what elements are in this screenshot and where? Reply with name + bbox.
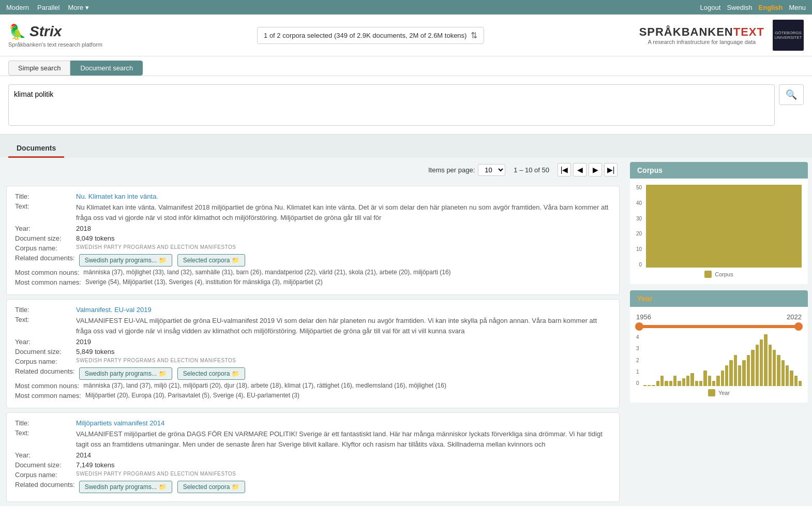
doc-size-2: 5,849 tokens	[76, 348, 114, 356]
nouns-label-1: Most common nouns:	[15, 269, 79, 276]
university-badge: GÖTEBORGS UNIVERSITET	[773, 20, 804, 51]
year-bar-29	[769, 345, 772, 386]
year-slider[interactable]	[636, 325, 802, 328]
year-bar-11	[690, 373, 694, 386]
text-label-3: Text:	[15, 429, 72, 449]
last-page-button[interactable]: ▶|	[604, 163, 618, 176]
year-bar-1	[648, 385, 651, 386]
nav-more[interactable]: More ▾	[68, 4, 88, 11]
related-docs-btn-3-0-text: Swedish party programs...	[85, 483, 157, 491]
year-bar-7	[673, 376, 676, 386]
year-bar-23	[742, 360, 745, 386]
logo-area: 🦜 Strix Språkbanken's text research plat…	[8, 23, 102, 48]
document-card-2: Title: Valmanifest. EU-val 2019 Text: VA…	[6, 299, 620, 408]
corpus-arrows-icon: ⇅	[471, 31, 477, 40]
doc-text-1: Nu Klimatet kan inte vänta. Valmanifest …	[76, 202, 611, 223]
doc-text-3: VALMANIFEST miljöpartiet de gröna DAGS F…	[76, 429, 611, 449]
nav-modern[interactable]: Modern	[6, 4, 29, 11]
title-label-1: Title:	[15, 193, 72, 200]
related-docs-btn-1-0[interactable]: Swedish party programs... 📁	[79, 254, 172, 267]
search-area: klimat politik 🔍	[0, 76, 812, 135]
year-bar-22	[738, 365, 741, 386]
year-end: 2022	[787, 313, 802, 321]
bird-icon: 🦜	[8, 23, 26, 40]
year-bar-9	[682, 378, 685, 386]
document-search-tab[interactable]: Document search	[70, 61, 143, 76]
corpus-name-1: SWEDISH PARTY PROGRAMS AND ELECTION MANI…	[76, 244, 236, 251]
title-label-2: Title:	[15, 306, 72, 314]
doc-size-label-3: Document size:	[15, 461, 72, 469]
year-bar-6	[669, 381, 672, 386]
page-header: 🦜 Strix Språkbanken's text research plat…	[0, 14, 812, 56]
year-bar-34	[790, 371, 793, 386]
doc-size-label-1: Document size:	[15, 234, 72, 242]
top-nav-left: Modern Parallel More ▾	[6, 4, 89, 11]
corpus-selector[interactable]: 1 of 2 corpora selected (349 of 2.9K doc…	[257, 27, 484, 44]
year-bar-27	[760, 339, 763, 386]
corpus-chart-card: Corpus 50 40 30 20 10 0	[630, 162, 808, 284]
nouns-1: människa (37), möjlighet (33), land (32)…	[83, 269, 450, 276]
year-chart-legend: Year	[636, 389, 802, 396]
year-bar-24	[747, 355, 750, 386]
year-handle-right[interactable]	[794, 322, 803, 331]
corpus-chart-legend: Corpus	[636, 271, 802, 278]
folder-icon-2-1: 📁	[232, 370, 239, 377]
text-label-1: Text:	[15, 202, 72, 223]
simple-search-tab[interactable]: Simple search	[8, 61, 70, 76]
year-handle-left[interactable]	[635, 322, 643, 331]
search-tabs: Simple search Document search	[0, 56, 812, 76]
selected-corpora-btn-3-text: Selected corpora	[183, 483, 230, 491]
nav-logout[interactable]: Logout	[700, 4, 721, 11]
year-bar-31	[777, 355, 780, 386]
selected-corpora-btn-2[interactable]: Selected corpora 📁	[177, 367, 246, 380]
related-docs-buttons-2: Swedish party programs... 📁 Selected cor…	[79, 367, 249, 380]
nav-swedish[interactable]: Swedish	[727, 4, 752, 11]
corpus-y-axis: 50 40 30 20 10 0	[636, 185, 642, 268]
sprakbanken-sub-text: A research infrastructure for language d…	[639, 39, 764, 45]
selected-corpora-btn-2-text: Selected corpora	[183, 370, 230, 377]
year-bar-25	[751, 350, 754, 386]
nouns-2: människa (37), land (37), miljö (21), mi…	[83, 382, 446, 390]
year-bar-4	[660, 376, 664, 386]
prev-page-button[interactable]: ◀	[573, 163, 587, 176]
nouns-label-2: Most common nouns:	[15, 382, 79, 390]
year-bar-28	[764, 334, 767, 386]
year-bar-36	[799, 381, 802, 386]
folder-icon-3-0: 📁	[159, 483, 167, 491]
first-page-button[interactable]: |◀	[558, 163, 571, 176]
related-docs-btn-3-0[interactable]: Swedish party programs... 📁	[79, 481, 172, 493]
documents-tab[interactable]: Documents	[8, 140, 64, 158]
items-per-page-select[interactable]: 10 25 50	[478, 164, 505, 176]
text-label-2: Text:	[15, 316, 72, 336]
next-page-button[interactable]: ▶	[589, 163, 602, 176]
year-bar-2	[652, 385, 655, 386]
year-bar-20	[729, 360, 732, 386]
year-y-axis: 4 3 2 1 0	[636, 334, 639, 386]
search-input[interactable]: klimat politik	[8, 84, 775, 126]
year-bar-35	[794, 376, 798, 386]
nav-parallel[interactable]: Parallel	[37, 4, 59, 11]
related-docs-label-3: Related documents:	[15, 481, 75, 493]
names-label-2: Most common names:	[15, 392, 81, 399]
nav-english[interactable]: English	[759, 4, 783, 11]
doc-title-link-2[interactable]: Valmanifest. EU-val 2019	[76, 306, 152, 314]
nav-menu[interactable]: Menu	[789, 4, 806, 11]
year-chart-body: 1956 2022 4 3 2 1 0	[630, 307, 808, 403]
top-navigation: Modern Parallel More ▾ Logout Swedish En…	[0, 0, 812, 14]
year-bar-30	[773, 350, 776, 386]
related-docs-btn-2-0[interactable]: Swedish party programs... 📁	[79, 367, 172, 380]
doc-title-link-1[interactable]: Nu. Klimatet kan inte vänta.	[76, 193, 158, 200]
folder-icon-1-0: 📁	[159, 257, 167, 264]
selected-corpora-btn-3[interactable]: Selected corpora 📁	[177, 481, 246, 493]
corpus-name-label-3: Corpus name:	[15, 471, 72, 479]
names-label-1: Most common names:	[15, 278, 81, 286]
year-bar-17	[716, 376, 719, 386]
selected-corpora-btn-1[interactable]: Selected corpora 📁	[177, 254, 246, 267]
year-bar-10	[686, 376, 689, 386]
year-range-labels: 1956 2022	[636, 313, 802, 321]
search-button[interactable]: 🔍	[779, 84, 804, 105]
related-docs-buttons-3: Swedish party programs... 📁 Selected cor…	[79, 481, 249, 493]
doc-title-link-3[interactable]: Miljöpartiets valmanifest 2014	[76, 419, 164, 427]
doc-year-2: 2019	[76, 338, 91, 346]
year-bar-19	[725, 365, 728, 386]
